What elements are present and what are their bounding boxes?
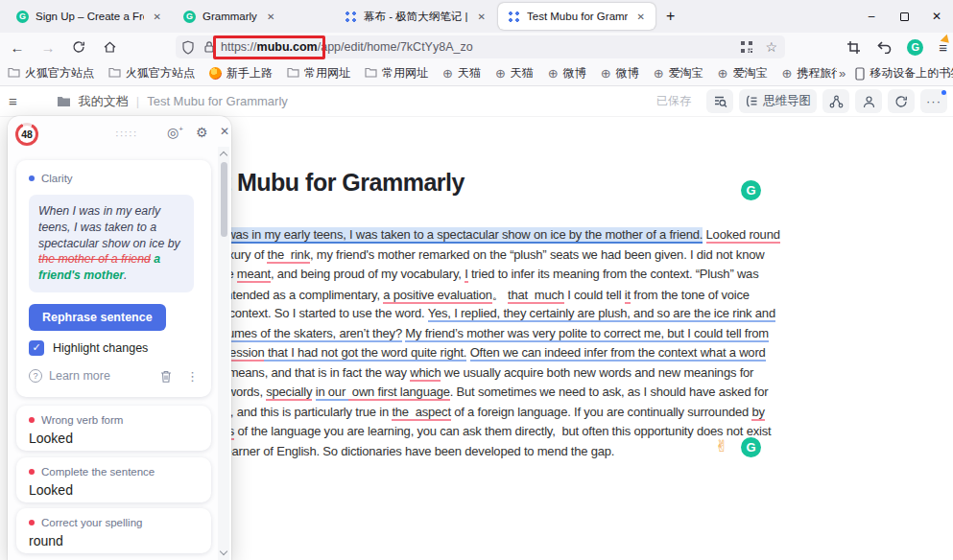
bookmark-label: 爱淘宝 [732,65,767,82]
bookmark-star-icon[interactable]: ☆ [765,40,777,54]
url-bar[interactable]: https://mubu.com/app/edit/home/7kCtYy8A_… [176,35,785,58]
document-text-line[interactable]: plushion, and this is particularly true … [185,405,780,425]
learn-more-link[interactable]: Learn more [49,369,110,383]
globe-icon: ⊕ [601,67,611,80]
bookmark-item[interactable]: ⊕微博 [601,65,639,82]
document-text-line[interactable]: her expression that I had not got the wo… [185,345,780,365]
tab-close-icon[interactable]: ✕ [151,10,164,24]
more-notification-dot [941,90,946,95]
text-span: 。 [492,288,508,302]
url-domain: mubu.com [257,40,318,54]
suggestion-card[interactable]: Complete the sentenceLooked [16,457,211,502]
back-button[interactable]: ← [4,35,31,58]
card-category: Clarity [41,173,73,184]
collaborate-button[interactable] [855,89,882,113]
document-text-line[interactable]: familiar words, specially in our own fir… [185,385,780,405]
breadcrumb-folder[interactable]: 我的文档 [79,93,129,110]
folder-icon [287,67,299,81]
tab-close-icon[interactable]: ✕ [264,10,277,24]
browser-tab[interactable]: 幕布 - 极简大纲笔记 | 一键生✕ [335,3,496,30]
browser-tab[interactable]: GSign Up – Create a Free Acco✕ [7,3,172,30]
bookmark-item[interactable]: 火狐官方站点 [8,65,94,82]
grammarly-error-span: which [410,365,441,382]
browser-tab[interactable]: Test Mubu for Grammarly - 幕✕ [498,3,655,30]
bookmark-item[interactable]: 新手上路 [209,65,273,82]
share-button[interactable] [822,89,849,113]
qr-code-icon[interactable] [740,40,753,54]
scrollbar-thumb[interactable] [221,162,227,237]
mindmap-button[interactable]: 思维导图 [739,89,817,113]
grammarly-inline-badge[interactable]: G [741,437,761,457]
reload-button[interactable] [65,35,92,58]
tab-title: Grammarly [203,11,257,22]
document-text-line[interactable]: for the learner of English. So dictionar… [185,444,780,464]
settings-gear-icon[interactable]: ⚙ [196,125,208,140]
grammarly-error-span: by [751,405,764,421]
bookmarks-overflow-chevron[interactable]: » [839,66,846,81]
victory-hand-emoji: ✌ [715,436,728,456]
home-button[interactable] [96,35,123,58]
suggestion-card[interactable]: Correct your spellinground [16,508,211,553]
bookmark-label: 爱淘宝 [669,65,703,82]
maximize-button[interactable] [888,0,920,33]
grammarly-suggestion-span: that I had not got the word quite right. [264,345,466,362]
grammarly-extension-icon[interactable]: G [907,39,923,56]
scroll-down-arrow[interactable] [220,548,227,555]
globe-icon: ⊕ [781,67,792,80]
document-text-line[interactable]: speakers of the language you are learnin… [185,424,780,444]
bookmark-item[interactable]: ⊕爱淘宝 [718,65,768,82]
card-category: Correct your spelling [41,517,142,528]
document-text-line[interactable]: the costumes of the skaters, aren’t they… [185,326,780,346]
bookmark-item[interactable]: ⊕天猫 [495,65,534,82]
sidebar-toggle-icon[interactable]: ≡ [9,93,16,109]
more-button[interactable]: ··· [920,89,947,113]
score-badge[interactable]: 48 [15,123,38,146]
suggestion-text: Looked [29,482,211,498]
forward-button[interactable]: → [35,35,61,58]
menu-button[interactable]: ≡ [939,39,947,56]
bookmark-item[interactable]: ⊕微博 [548,65,586,82]
grammarly-panel-header: 48 ·········· ◎+ ⚙ ✕ [8,116,231,152]
sync-button[interactable] [888,89,915,113]
minimize-button[interactable]: – [855,0,888,33]
bookmark-item[interactable]: ⊕爱淘宝 [654,65,703,82]
rephrase-sentence-button[interactable]: Rephrase sentence [29,304,166,331]
new-tab-button[interactable]: + [656,6,684,27]
screenshot-extension-icon[interactable] [846,40,861,55]
suggestion-card[interactable]: Wrong verb formLooked [16,406,211,451]
bookmark-item[interactable]: ⊕天猫 [442,65,481,82]
text-span: . But sometimes we need to ask, as I sho… [450,385,769,399]
bookmark-item[interactable]: 常用网址 [365,65,428,82]
grammarly-title-badge[interactable]: G [741,180,761,200]
bookmark-item[interactable]: 火狐官方站点 [108,65,195,82]
home-icon [103,40,117,54]
document-text-line[interactable]: what she meant, and being proud of my vo… [185,267,780,287]
card-category-row: Correct your spelling [29,517,211,528]
undo-extension-icon[interactable] [876,40,892,54]
drag-handle-icon[interactable]: ·········· [115,129,137,137]
card-category: Wrong verb form [41,414,123,426]
bookmark-item[interactable]: 常用网址 [287,65,350,82]
error-dot-icon [29,417,35,423]
close-window-button[interactable]: ✕ [920,0,953,33]
tab-close-icon[interactable]: ✕ [634,10,648,24]
document-text-line[interactable]: and the context. So I started to use the… [185,306,780,326]
panel-scrollbar[interactable] [218,147,229,560]
document-text-line[interactable]: clearly intended as a complimentary, a p… [185,287,780,307]
highlight-changes-checkbox[interactable]: ✓ [29,340,44,356]
find-button[interactable] [706,89,733,113]
trash-icon[interactable] [159,369,173,384]
bookmark-item[interactable]: ⊕携程旅行 [781,65,837,82]
panel-close-icon[interactable]: ✕ [220,125,229,138]
scroll-up-arrow[interactable] [220,152,227,159]
goals-icon[interactable]: ◎+ [167,125,183,140]
document-text-line[interactable]: at the luxury of the rink, my friend's m… [185,247,780,268]
clarity-suggestion-card[interactable]: Clarity When I was in my early teens, I … [16,160,211,397]
browser-tab[interactable]: GGrammarly✕ [174,3,333,30]
kebab-menu-icon[interactable]: ⋮ [186,369,199,384]
tab-close-icon[interactable]: ✕ [475,10,488,24]
suggestion-text: round [29,533,211,548]
document-text-line[interactable]: roughly means, and that is in fact the w… [185,365,780,385]
document-text-line[interactable]: When I was in my early teens, I was take… [185,227,780,247]
mobile-bookmarks[interactable]: 移动设备上的书签 [855,65,953,82]
